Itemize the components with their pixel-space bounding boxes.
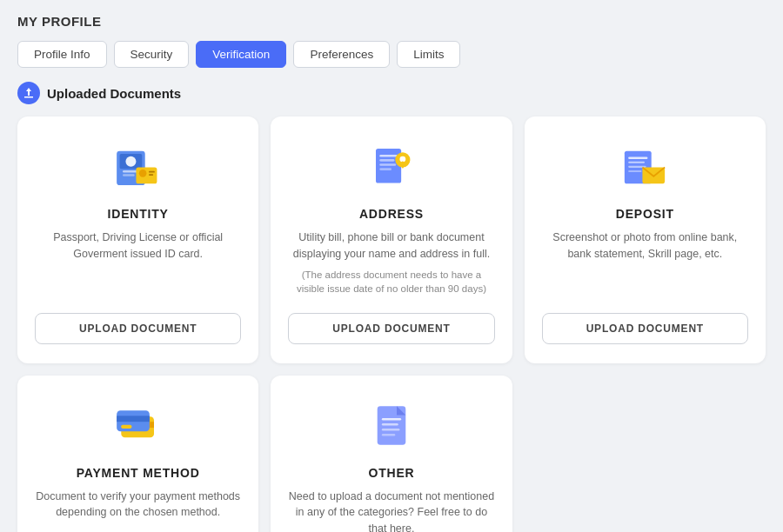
svg-rect-26 <box>121 425 131 429</box>
svg-point-2 <box>125 156 136 166</box>
deposit-icon <box>614 141 675 193</box>
other-card: OTHER Need to upload a document not ment… <box>271 376 512 532</box>
other-title: OTHER <box>368 466 414 480</box>
payment-desc: Document to verify your payment methods … <box>35 489 241 522</box>
svg-point-6 <box>139 170 147 177</box>
payment-title: PAYMENT METHOD <box>77 466 200 480</box>
address-upload-button[interactable]: UPLOAD DOCUMENT <box>288 313 494 344</box>
tab-preferences[interactable]: Preferences <box>293 41 390 68</box>
section-header-label: Uploaded Documents <box>47 86 181 101</box>
tab-verification[interactable]: Verification <box>196 41 286 68</box>
svg-rect-13 <box>379 168 392 170</box>
tab-profile-info[interactable]: Profile Info <box>17 41 107 68</box>
svg-rect-7 <box>149 170 155 172</box>
svg-rect-12 <box>379 163 396 166</box>
page-wrapper: MY PROFILE Profile Info Security Verific… <box>0 0 783 532</box>
other-icon <box>361 400 422 452</box>
svg-rect-5 <box>136 167 157 183</box>
other-desc: Need to upload a document not mentioned … <box>288 489 494 532</box>
identity-icon <box>108 141 169 193</box>
svg-rect-28 <box>382 418 401 421</box>
address-desc: Utility bill, phone bill or bank documen… <box>288 229 494 263</box>
page-title: MY PROFILE <box>17 14 766 29</box>
svg-rect-17 <box>628 156 647 159</box>
identity-upload-button[interactable]: UPLOAD DOCUMENT <box>35 313 241 344</box>
deposit-card: DEPOSIT Screenshot or photo from online … <box>525 116 766 363</box>
deposit-upload-button[interactable]: UPLOAD DOCUMENT <box>542 313 748 344</box>
documents-grid: IDENTITY Passport, Driving License or of… <box>17 116 766 532</box>
svg-rect-20 <box>628 170 641 171</box>
identity-desc: Passport, Driving License or official Go… <box>35 229 241 263</box>
address-title: ADDRESS <box>359 207 424 221</box>
payment-icon <box>108 400 169 452</box>
address-card: ADDRESS Utility bill, phone bill or bank… <box>271 116 512 363</box>
address-subdesc: (The address document needs to have a vi… <box>288 268 494 296</box>
svg-rect-18 <box>628 161 645 163</box>
tab-security[interactable]: Security <box>114 41 190 68</box>
section-header: Uploaded Documents <box>17 82 766 104</box>
svg-rect-31 <box>382 434 395 436</box>
svg-rect-25 <box>117 416 150 422</box>
svg-rect-11 <box>379 159 394 162</box>
deposit-desc: Screenshot or photo from online bank, ba… <box>542 229 748 263</box>
identity-title: IDENTITY <box>108 207 169 221</box>
svg-rect-30 <box>382 429 400 431</box>
identity-card: IDENTITY Passport, Driving License or of… <box>17 116 258 363</box>
deposit-title: DEPOSIT <box>616 207 674 221</box>
svg-rect-8 <box>149 174 153 176</box>
svg-rect-10 <box>379 154 398 156</box>
tab-limits[interactable]: Limits <box>397 41 460 68</box>
svg-rect-4 <box>123 174 135 176</box>
tabs-container: Profile Info Security Verification Prefe… <box>17 41 766 68</box>
address-icon <box>361 141 422 193</box>
uploaded-docs-icon <box>17 82 40 104</box>
payment-card: PAYMENT METHOD Document to verify your p… <box>17 376 258 532</box>
svg-rect-29 <box>382 423 398 426</box>
